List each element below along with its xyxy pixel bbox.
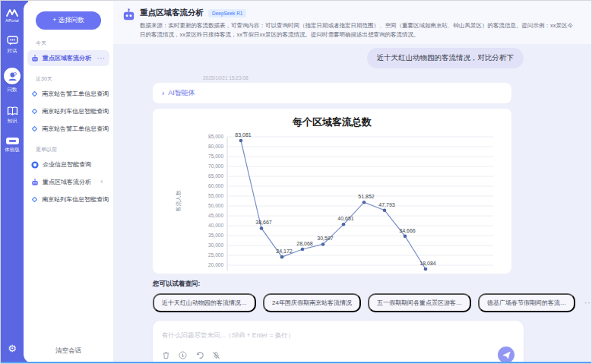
clear-session-button[interactable]: 清空会话 xyxy=(55,347,81,356)
undo-icon[interactable] xyxy=(195,351,204,359)
item-menu-icon[interactable]: ··· xyxy=(97,55,106,62)
robot-icon xyxy=(31,55,39,62)
section-title-earlier: 更早以前 xyxy=(36,146,107,154)
svg-text:40,651: 40,651 xyxy=(337,216,354,221)
rail-item-label: 知识 xyxy=(8,118,17,125)
suggestion-chip[interactable]: 德基广场春节假期间的客流… xyxy=(478,293,575,312)
sidebar-item-label: 重点区域客流分析 xyxy=(43,178,91,186)
diamond-icon xyxy=(31,90,38,97)
svg-text:75,000: 75,000 xyxy=(208,154,223,159)
svg-text:20,000: 20,000 xyxy=(208,262,223,267)
svg-text:24,172: 24,172 xyxy=(276,248,293,254)
diamond-icon xyxy=(31,196,38,203)
agent-header: 重点区域客流分析 DeepSeek R1 数据来源：实时更新的客流数据表，可查询… xyxy=(113,1,591,44)
robot-icon xyxy=(31,179,39,186)
rail-item-chat[interactable]: 对话 xyxy=(7,36,18,55)
model-badge: DeepSeek R1 xyxy=(208,9,246,17)
composer xyxy=(153,321,524,364)
gear-icon[interactable]: ⚙ xyxy=(8,343,17,354)
suggestion-chip[interactable]: 近十天红山动物园的客流情况… xyxy=(153,293,256,312)
svg-text:18,084: 18,084 xyxy=(419,261,436,266)
robot-avatar-icon xyxy=(122,8,135,21)
suggestion-chips: 近十天红山动物园的客流情况… 24年国庆假期南京站客流情况 五一假期期间各重点景… xyxy=(153,293,524,312)
svg-text:38,667: 38,667 xyxy=(255,220,272,225)
book-icon xyxy=(7,106,18,116)
diamond-icon xyxy=(31,125,38,132)
sidebar-item-alert-query-1[interactable]: 南京站告警工单信息查询 xyxy=(27,86,109,102)
user-message-bubble: 近十天红山动物园的客流情况，对比分析下 xyxy=(367,48,524,68)
sidebar-item-enterprise-query[interactable]: 企业信息智能查询 xyxy=(27,157,109,173)
sidebar-item-label: 重点区域客流分析 xyxy=(43,54,91,62)
agent-steps-toggle[interactable]: › AI智能体 xyxy=(153,83,511,103)
suggestion-chip[interactable]: 五一假期期间各重点景区游客… xyxy=(368,293,471,312)
logo-icon xyxy=(6,8,18,17)
chat-bubble-icon xyxy=(7,36,18,46)
chart-card: 每个区域客流总数 20,00025,00030,00035,00040,0004… xyxy=(153,109,511,274)
chevron-right-icon: › xyxy=(162,89,164,97)
sidebar-item-label: 南京站告警工单信息查询 xyxy=(42,125,109,133)
mic-off-icon[interactable] xyxy=(212,351,220,359)
svg-text:83,081: 83,081 xyxy=(235,132,252,138)
section-title-today: 今天 xyxy=(36,40,107,47)
rail-item-beta[interactable]: 体验版 xyxy=(5,138,20,154)
agent-steps-label: AI智能体 xyxy=(168,88,195,98)
sidebar-item-key-area-analysis-old[interactable]: 重点区域客流分析 xyxy=(27,174,109,190)
svg-text:85,000: 85,000 xyxy=(208,134,223,139)
svg-text:47,793: 47,793 xyxy=(378,202,395,207)
active-pill xyxy=(4,68,21,84)
sidebar-item-label: 企业信息智能查询 xyxy=(43,160,91,169)
rail-item-label: 对话 xyxy=(8,48,17,55)
svg-text:40,000: 40,000 xyxy=(208,223,223,228)
sidebar-item-alert-query-2[interactable]: 南京站告警工单信息查询 xyxy=(27,121,109,137)
svg-text:60,000: 60,000 xyxy=(208,183,223,188)
rail-item-label: 问数 xyxy=(8,87,17,93)
message-timestamp: 2025/10/21 15:23:08 xyxy=(203,75,524,81)
suggestions-title: 您可以试着查问: xyxy=(153,280,524,289)
rail-item-ask-data[interactable]: 问数 xyxy=(4,68,21,93)
more-suggestions-button[interactable]: ··· xyxy=(584,299,592,307)
sidebar-item-train-query-1[interactable]: 南京站列车信息智能查询 xyxy=(27,103,109,119)
rail-item-knowledge[interactable]: 知识 xyxy=(7,106,18,125)
svg-text:30,000: 30,000 xyxy=(208,242,223,248)
logo-text: AIPortal xyxy=(5,19,19,23)
sidebar-item-label: 南京站列车信息智能查询 xyxy=(42,107,109,116)
svg-text:45,000: 45,000 xyxy=(208,213,223,218)
svg-text:55,000: 55,000 xyxy=(208,193,223,198)
svg-text:35,000: 35,000 xyxy=(208,233,223,238)
sidebar-item-label: 南京站告警工单信息查询 xyxy=(42,90,109,98)
beta-badge-icon xyxy=(6,138,19,144)
diamond-icon xyxy=(31,108,38,115)
svg-text:30,597: 30,597 xyxy=(317,236,334,241)
agent-description: 数据来源：实时更新的客流数据表，可查询内容：可以查询时间（指定日期或者指定日期范… xyxy=(140,21,581,40)
paper-plane-icon xyxy=(502,351,511,359)
svg-text:51,852: 51,852 xyxy=(358,194,375,199)
svg-text:客流人数: 客流人数 xyxy=(176,190,182,212)
section-title-last30: 近30天 xyxy=(36,75,107,83)
sidebar-collapse-icon[interactable]: ‹ xyxy=(100,176,103,185)
main-area: 重点区域客流分析 DeepSeek R1 数据来源：实时更新的客流数据表，可查询… xyxy=(113,1,591,363)
svg-text:25,000: 25,000 xyxy=(208,252,223,258)
select-dataset-button[interactable]: + 选择问数 xyxy=(36,11,101,30)
arrow-down-circle-icon[interactable] xyxy=(179,351,187,359)
traffic-line-chart[interactable]: 20,00025,00030,00035,00040,00045,00050,0… xyxy=(153,129,511,272)
svg-text:70,000: 70,000 xyxy=(208,163,223,169)
svg-text:50,000: 50,000 xyxy=(208,203,223,208)
chart-title: 每个区域客流总数 xyxy=(153,116,511,129)
chat-thread: 近十天红山动物园的客流情况，对比分析下 2025/10/21 15:23:08 … xyxy=(113,44,524,364)
ask-data-icon xyxy=(8,71,17,81)
message-input[interactable] xyxy=(162,331,514,339)
window-bottom-edge xyxy=(1,362,591,363)
suggestion-chip[interactable]: 24年国庆假期南京站客流情况 xyxy=(263,293,361,312)
send-button[interactable] xyxy=(498,347,514,363)
svg-text:65,000: 65,000 xyxy=(208,173,223,179)
trash-icon[interactable] xyxy=(162,351,170,359)
rail-item-label: 体验版 xyxy=(5,147,20,154)
sidebar-item-key-area-analysis[interactable]: 重点区域客流分析 ··· xyxy=(27,50,109,66)
svg-text:34,666: 34,666 xyxy=(399,228,416,233)
app-logo: AIPortal xyxy=(5,8,19,23)
sidebar-item-label: 南京站列车信息智能查询 xyxy=(42,195,109,204)
sidebar-item-train-query-2[interactable]: 南京站列车信息智能查询 xyxy=(27,191,109,207)
circle-app-icon xyxy=(31,161,39,169)
svg-text:80,000: 80,000 xyxy=(208,144,223,149)
svg-text:28,068: 28,068 xyxy=(296,241,313,246)
